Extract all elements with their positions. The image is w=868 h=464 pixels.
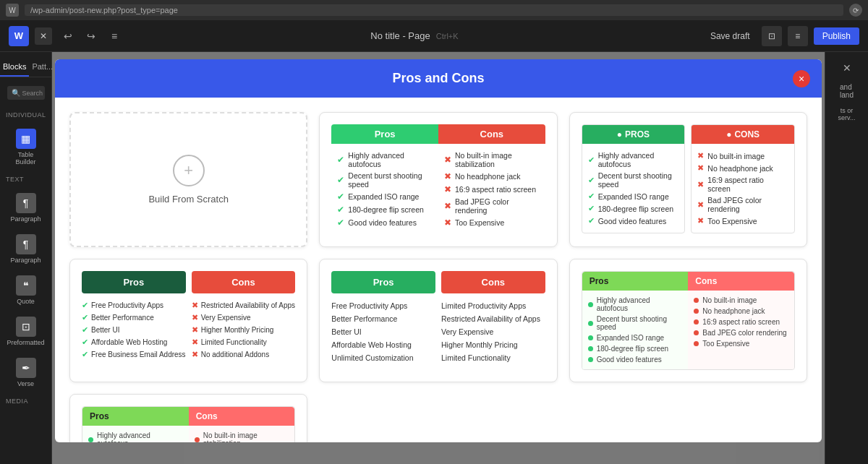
list-item: ✖No built-in image <box>697 150 788 162</box>
wp-close-button[interactable]: ✕ <box>35 27 52 45</box>
style4-pros-body: Highly advanced autofocus Decent burst s… <box>582 291 689 369</box>
modal-close-button[interactable]: × <box>793 70 810 87</box>
style3-cons-header: Cons <box>192 271 296 293</box>
publish-button[interactable]: Publish <box>814 27 859 45</box>
list-item: Higher Monthly Pricing <box>441 338 545 351</box>
dot-red-icon <box>694 319 699 325</box>
style2-pros-col: ● PROS ✔Highly advanced autofocus ✔Decen… <box>582 124 686 233</box>
style1-pros-header: Pros <box>331 124 438 144</box>
pros-cons-card-style3[interactable]: Pros ✔Free Productivity Apps ✔Better Per… <box>69 259 307 382</box>
style1-cons-header: Cons <box>438 124 545 144</box>
right-sidebar-icon-3[interactable]: ts orserv... <box>837 104 857 124</box>
list-item: ✖Very Expensive <box>192 312 296 324</box>
sidebar-item-label: Verse <box>17 380 34 387</box>
tab-blocks[interactable]: Blocks <box>0 58 29 77</box>
check-icon: ✔ <box>82 338 88 347</box>
browser-action-1[interactable]: ⟳ <box>849 4 862 17</box>
view-toggle-button[interactable]: ⊡ <box>762 26 782 46</box>
dot-green-icon <box>588 302 593 307</box>
list-item: ✖No built-in image stabilization <box>444 150 540 170</box>
settings-button[interactable]: ≡ <box>788 26 808 46</box>
sidebar-item-label: Table Builder <box>9 151 43 166</box>
list-item: ✔Better UI <box>82 324 186 336</box>
dot-green-icon <box>588 335 593 340</box>
modal-header: Pros and Cons × <box>55 59 822 98</box>
list-item: Highly advanced autofocus <box>588 295 683 314</box>
list-item: ✔Expanded ISO range <box>337 190 433 203</box>
style4b-pros-body: Highly advanced autofocus Decent burst s… <box>82 426 189 442</box>
list-item: ✔Good video features <box>588 215 679 227</box>
build-from-scratch-label: Build From Scratch <box>148 194 229 205</box>
list-item: No headphone jack <box>694 306 788 317</box>
sidebar-item-preformatted[interactable]: ⊡ Preformatted <box>6 312 46 351</box>
style1-container: Pros Cons ✔Highly advanced autofocus ✔De… <box>331 124 545 235</box>
pros-cons-card-style2[interactable]: ● PROS ✔Highly advanced autofocus ✔Decen… <box>569 112 807 247</box>
list-item: Expanded ISO range <box>588 332 683 343</box>
dot-red-icon <box>195 437 200 442</box>
list-item: ✖16:9 aspect ratio screen <box>444 183 540 196</box>
list-item: 180-degree flip screen <box>588 343 683 354</box>
list-item: Too Expensive <box>694 338 788 349</box>
individual-label: INDIVIDUAL <box>0 108 51 121</box>
pros-cons-card-style1[interactable]: Pros Cons ✔Highly advanced autofocus ✔De… <box>319 112 557 247</box>
list-item: ✔Decent burst shooting speed <box>588 170 679 190</box>
undo-icon[interactable]: ↩ <box>58 26 78 46</box>
check-icon: ✔ <box>337 192 344 202</box>
style4-cons-header: Cons <box>688 272 794 291</box>
sidebar-item-table-builder[interactable]: ▦ Table Builder <box>6 124 46 170</box>
wp-logo: W <box>9 26 29 46</box>
cross-icon: ✖ <box>192 350 198 359</box>
list-item: ✔180-degree flip screen <box>588 202 679 215</box>
style4-pros-header: Pros <box>582 272 689 291</box>
menu-icon[interactable]: ≡ <box>104 26 124 46</box>
sidebar-item-quote[interactable]: ❝ Quote <box>6 271 46 309</box>
search-placeholder: Search <box>22 90 43 97</box>
style1-cons-body: ✖No built-in image stabilization ✖No hea… <box>438 144 545 235</box>
cons-dot-icon: ● <box>726 129 731 139</box>
cross-icon: ✖ <box>697 163 704 173</box>
style1-pros-body: ✔Highly advanced autofocus ✔Decent burst… <box>331 144 438 235</box>
list-item: ✔Expanded ISO range <box>588 190 679 202</box>
pros-cons-card-style3b[interactable]: Pros Free Productivity Apps Better Perfo… <box>319 259 557 382</box>
right-sidebar-icon-1[interactable]: ✕ <box>837 58 857 78</box>
wp-toolbar-center: No title - Page Ctrl+K <box>124 30 705 41</box>
browser-url-bar[interactable]: /wp-admin/post-new.php?post_type=page <box>25 4 843 16</box>
modal-body: + Build From Scratch Pros Cons ✔Highly a… <box>55 98 822 442</box>
style2-pros-body: ✔Highly advanced autofocus ✔Decent burst… <box>582 144 685 233</box>
sidebar-item-paragraph-1[interactable]: ¶ Paragraph <box>6 189 46 227</box>
style4b-container: Pros Cons Highly advanced autofocus Dece… <box>82 406 295 442</box>
save-draft-button[interactable]: Save draft <box>705 28 756 44</box>
check-icon: ✔ <box>588 176 595 185</box>
style4b-cons-header: Cons <box>189 407 295 426</box>
list-item: ✔180-degree flip screen <box>337 203 433 216</box>
style2-container: ● PROS ✔Highly advanced autofocus ✔Decen… <box>582 124 795 233</box>
sidebar-item-label: Preformatted <box>7 339 44 346</box>
pros-cons-card-style4b[interactable]: Pros Cons Highly advanced autofocus Dece… <box>69 394 307 442</box>
list-item: ✖Too Expensive <box>697 215 788 227</box>
list-item: ✖No additional Addons <box>192 348 296 361</box>
cross-icon: ✖ <box>192 325 198 335</box>
cross-icon: ✖ <box>192 338 198 347</box>
style3b-container: Pros Free Productivity Apps Better Perfo… <box>331 271 545 364</box>
style3-pros-col: Pros ✔Free Productivity Apps ✔Better Per… <box>82 271 186 361</box>
check-icon: ✔ <box>82 301 88 310</box>
sidebar-item-paragraph-2[interactable]: ¶ Paragraph <box>6 230 46 268</box>
sidebar-search[interactable]: 🔍 Search <box>7 86 45 100</box>
list-item: ✖Higher Monthly Pricing <box>192 324 296 336</box>
list-item: Better Performance <box>331 312 435 325</box>
sidebar-tabs: Blocks Patt... <box>0 58 51 77</box>
keyboard-shortcut: Ctrl+K <box>436 32 459 40</box>
check-icon: ✔ <box>337 155 344 165</box>
list-item: ✔Highly advanced autofocus <box>588 150 679 170</box>
style3-cons-col: Cons ✖Restricted Availability of Apps ✖V… <box>192 271 296 361</box>
list-item: No built-in image <box>694 295 788 306</box>
pros-cons-card-style4[interactable]: Pros Cons Highly advanced autofocus Dece… <box>569 259 807 382</box>
redo-icon[interactable]: ↪ <box>81 26 101 46</box>
style2-cons-body: ✖No built-in image ✖No headphone jack ✖1… <box>692 144 794 233</box>
style2-cons-header: ● CONS <box>692 125 794 144</box>
check-icon: ✔ <box>82 313 88 322</box>
sidebar-item-verse[interactable]: ✒ Verse <box>6 353 46 392</box>
build-from-scratch-card[interactable]: + Build From Scratch <box>69 112 307 247</box>
right-sidebar-icon-2[interactable]: andland <box>837 81 857 101</box>
list-item: ✔Decent burst shooting speed <box>337 170 433 190</box>
